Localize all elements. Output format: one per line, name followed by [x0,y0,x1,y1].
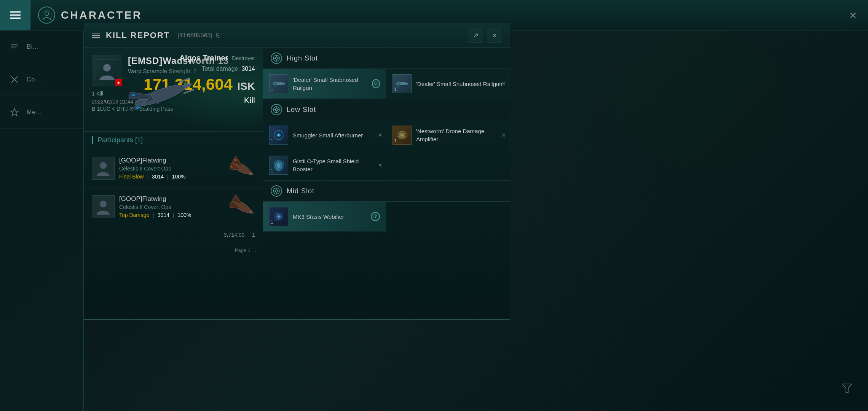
svg-point-41 [375,84,377,85]
svg-point-18 [100,162,107,169]
svg-point-31 [275,57,278,59]
svg-rect-40 [275,81,276,87]
page-indicator: Page 1 › [84,244,263,256]
participant-2-avatar [92,195,115,218]
participants-title: Participants [1] [92,136,255,144]
filter-button[interactable] [841,382,853,396]
svg-rect-17 [183,89,195,94]
railgun-2-remove[interactable]: × [501,80,506,88]
high-slot-items: 1 'Dealer' Small Snubnosed Railgun [263,69,510,99]
drone-amp-remove[interactable]: × [501,131,506,139]
afterburner-remove[interactable]: × [378,131,382,139]
participant-1-avatar [92,157,115,180]
bio-icon [8,40,21,53]
stasis-webifier-icon: 1 [269,207,288,226]
ship-render-area [122,71,198,120]
railgun-1-name: 'Dealer' Small Snubnosed Railgun [293,76,367,92]
low-slot-header: Low Slot [263,99,510,120]
sidebar-item-bio[interactable]: Bi... [0,30,83,63]
participant-2-name: [GOOP]Flatwing [119,195,224,203]
high-slot-item-2[interactable]: 1 'Dealer' Small Snubnosed Railgun × [386,69,510,99]
copy-icon[interactable]: ⎘ [216,32,220,38]
participant-2-damage: 3014 [158,212,169,218]
participant-1-damage: 3014 [152,174,164,180]
svg-point-48 [275,108,278,111]
svg-point-71 [375,217,376,218]
low-slot-icon [271,104,282,115]
high-slot-title: High Slot [287,54,318,62]
participant-1-percent: 100% [172,174,186,180]
mid-slot-title: Mid Slot [287,187,314,195]
bottom-row-item: 3,714.00 1 [84,226,263,244]
participant-1-ship [228,155,255,182]
afterburner-icon: 1 [269,126,288,145]
total-damage-label: Total damage: [201,65,240,72]
high-slot-item-1[interactable]: 1 'Dealer' Small Snubnosed Railgun [263,69,386,99]
participant-1-info: [GOOP]Flatwing Celestis II Covert Ops Fi… [119,157,224,180]
combat-icon [8,73,21,86]
svg-rect-4 [11,48,16,48]
railgun-2-name: 'Dealer' Small Snubnosed Railgun [416,80,503,88]
high-slot-header: High Slot [263,48,510,69]
participant-2-corp: Celestis II Covert Ops [119,204,224,210]
modal-actions: ↗ × [468,28,502,43]
ship-type: Destroyer [232,55,255,61]
shield-booster-icon: 1 [269,156,288,175]
low-slot-item-2[interactable]: 1 'Nestworm' Drone Damage Amplifier × [386,120,510,150]
afterburner-name: Smuggler Small Afterburner [293,131,363,139]
railgun-2-icon: 1 [393,74,412,93]
railgun-2-qty: 1 [394,87,397,92]
participant-2-percent: 100% [177,212,191,218]
sidebar: Bi... Co... Me... [0,30,84,411]
svg-marker-13 [184,81,193,89]
stasis-webifier-active [371,212,380,221]
svg-rect-44 [396,83,397,85]
railgun-1-icon: 1 [269,74,288,93]
low-slot-title: Low Slot [287,106,316,114]
export-button[interactable]: ↗ [468,28,483,43]
victim-info: ■ [EMSD]Wadsworth 13 Warp Scramble Stren… [84,48,263,132]
modal-id: [ID:6805563] ⎘ [177,32,220,39]
sidebar-item-medals[interactable]: Me... [0,96,83,129]
mid-slot-item-1[interactable]: 1 MK3 Stasis Webifier [263,202,386,232]
mid-slot-icon [271,185,282,197]
svg-point-59 [400,134,404,136]
participants-list: [GOOP]Flatwing Celestis II Covert Ops Fi… [84,149,263,319]
modal-menu-button[interactable] [92,33,100,38]
medals-label: Me... [27,109,42,116]
high-slot-section: High Slot 1 [263,48,510,99]
top-close-button[interactable]: × [849,8,857,22]
participant-1: [GOOP]Flatwing Celestis II Covert Ops Fi… [84,149,263,188]
victim-avatar: ■ [92,56,122,86]
modal-header: KILL REPORT [ID:6805563] ⎘ ↗ × [84,23,510,48]
low-slot-item-3[interactable]: 1 Gistii C-Type Small Shield Booster × [263,150,386,180]
sidebar-item-combat[interactable]: Co... [0,63,83,96]
mid-slot-header: Mid Slot [263,181,510,202]
victim-enemy-badge: ■ [115,79,122,86]
hamburger-button[interactable] [0,0,30,30]
svg-point-0 [45,12,49,16]
mid-slot-items: 1 MK3 Stasis Webifier [263,202,510,232]
low-slot-item-1[interactable]: 1 Smuggler Small Afterburner × [263,120,386,150]
total-damage-value: 3014 [241,65,255,72]
low-slot-items: 1 Smuggler Small Afterburner × [263,120,510,180]
bio-label: Bi... [27,43,39,50]
participant-1-corp: Celestis II Covert Ops [119,166,224,172]
svg-rect-3 [11,46,18,46]
svg-rect-43 [406,83,408,84]
participant-2-blow-type: Top Damage [119,212,149,218]
drone-amp-icon: 1 [393,126,412,145]
kill-report-content: ■ [EMSD]Wadsworth 13 Warp Scramble Stren… [84,48,510,319]
svg-marker-72 [842,384,852,392]
participant-2-ship [228,193,255,220]
svg-rect-38 [273,83,274,85]
close-modal-icon: × [493,32,497,40]
next-page-button[interactable]: › [255,247,257,253]
shield-booster-name: Gistii C-Type Small Shield Booster [293,157,380,173]
shield-booster-remove[interactable]: × [378,161,382,169]
character-header: CHARACTER [30,6,150,24]
kill-report-modal: KILL REPORT [ID:6805563] ⎘ ↗ × [84,23,510,320]
close-modal-button[interactable]: × [487,28,502,43]
svg-rect-61 [405,134,407,136]
svg-rect-16 [179,77,190,83]
